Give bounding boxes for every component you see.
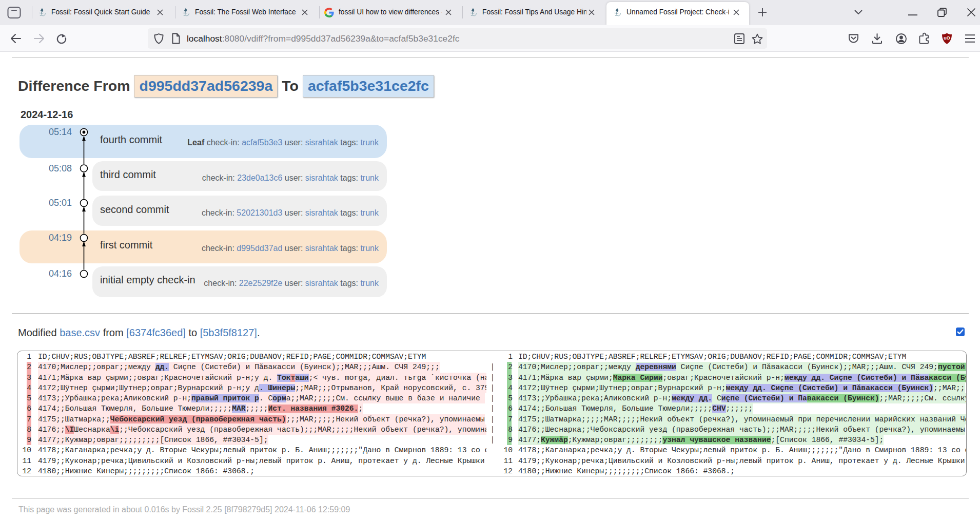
svg-text:uO: uO (944, 35, 950, 41)
